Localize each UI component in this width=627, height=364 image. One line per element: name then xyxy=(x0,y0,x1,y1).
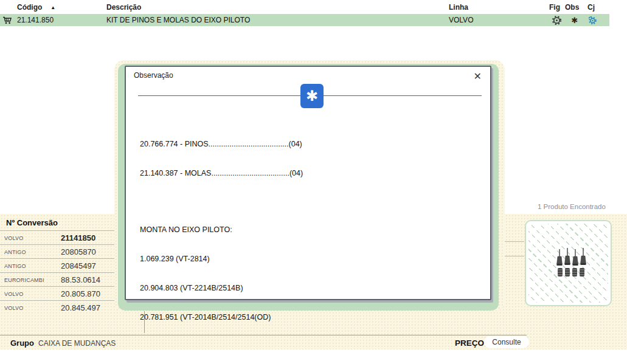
table-row[interactable]: 21.141.850 KIT DE PINOS E MOLAS DO EIXO … xyxy=(0,14,609,26)
observation-line: MONTA NO EIXO PILOTO: xyxy=(140,225,303,235)
conversion-number: 21141850 xyxy=(61,233,95,242)
conversion-row: VOLVO 20.805.870 xyxy=(0,286,119,300)
conversion-row: ANTIGO 20845497 xyxy=(0,258,119,272)
conversion-row: VOLVO 21141850 xyxy=(0,230,119,244)
cart-icon[interactable] xyxy=(2,15,13,26)
conversion-brand: VOLVO xyxy=(4,291,23,297)
conversion-row: VOLVO 20.845.497 xyxy=(0,300,119,314)
conversion-number: 88.53.0614 xyxy=(61,275,100,284)
conversion-title: Nº Conversão xyxy=(0,214,119,230)
conversion-number: 20805870 xyxy=(61,247,96,256)
close-icon[interactable]: ✕ xyxy=(473,69,483,83)
conversion-row: ANTIGO 20805870 xyxy=(0,244,119,258)
group-value: CAIXA DE MUDANÇAS xyxy=(38,339,116,348)
column-header-obs[interactable]: Obs xyxy=(565,3,579,12)
observation-line: 20.781.951 (VT-2014B/2514/2514(OD) xyxy=(140,312,303,322)
conversion-brand: VOLVO xyxy=(4,305,23,311)
conversion-row: EURORICAMBI 88.53.0614 xyxy=(0,272,119,286)
price-consult-chip[interactable]: Consulte xyxy=(484,336,529,348)
observation-line: 20.904.803 (VT-2214B/2514B) xyxy=(140,283,303,293)
column-header-linha[interactable]: Linha xyxy=(449,3,468,12)
row-codigo: 21.141.850 xyxy=(17,16,54,24)
result-count: 1 Produto Encontrado xyxy=(538,203,606,210)
group-label: Grupo xyxy=(10,338,34,348)
observation-text: 20.766.774 - PINOS......................… xyxy=(140,120,303,361)
observation-dialog: Observação ✕ ✱ 20.766.774 - PINOS.......… xyxy=(125,66,491,300)
observation-line: 21.140.387 - MOLAS......................… xyxy=(140,168,303,178)
conversion-brand: EURORICAMBI xyxy=(4,277,44,283)
badge-asterisk-glyph: ✱ xyxy=(306,89,318,103)
sort-asc-icon: ▲ xyxy=(50,5,55,10)
conversion-number: 20845497 xyxy=(61,261,96,270)
column-header-codigo-label: Código xyxy=(17,3,42,12)
column-header-cj[interactable]: Cj xyxy=(587,3,595,12)
pins-and-springs-image xyxy=(526,221,611,303)
assembly-gear-icon[interactable] xyxy=(586,15,597,26)
conversion-brand: VOLVO xyxy=(4,235,23,241)
row-descricao: KIT DE PINOS E MOLAS DO EIXO PILOTO xyxy=(106,16,250,24)
observation-badge-icon: ✱ xyxy=(300,84,324,108)
dialog-title: Observação xyxy=(134,71,173,80)
conversion-number: 20.845.497 xyxy=(61,303,100,312)
column-header-descricao[interactable]: Descrição xyxy=(106,3,141,12)
figure-gear-icon[interactable] xyxy=(551,15,562,26)
column-header-codigo[interactable]: Código▲ xyxy=(17,3,55,12)
product-thumbnail[interactable] xyxy=(525,220,612,306)
conversion-panel: Nº Conversão VOLVO 21141850 ANTIGO 20805… xyxy=(0,214,119,314)
price-label: PREÇO xyxy=(455,338,484,348)
observation-line: 1.069.239 (VT-2814) xyxy=(140,254,303,264)
conversion-brand: ANTIGO xyxy=(4,263,26,269)
observation-asterisk-icon[interactable]: ✱ xyxy=(569,15,580,26)
observation-line: 20.766.774 - PINOS......................… xyxy=(140,139,303,149)
conversion-brand: ANTIGO xyxy=(4,249,26,255)
row-linha: VOLVO xyxy=(449,16,473,24)
conversion-number: 20.805.870 xyxy=(61,289,100,298)
column-header-fig[interactable]: Fig xyxy=(549,3,560,12)
